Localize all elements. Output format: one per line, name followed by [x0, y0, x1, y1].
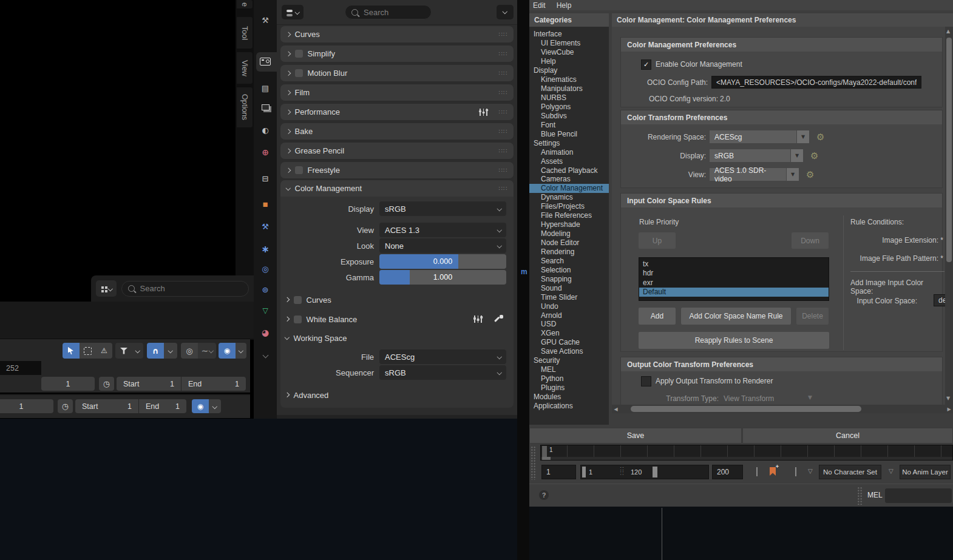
category-item[interactable]: Interface	[529, 30, 609, 39]
tab-scene[interactable]	[254, 126, 277, 135]
view-arrow[interactable]	[787, 168, 799, 181]
rule-row[interactable]: hdr	[639, 269, 829, 278]
apply-output-transform-checkbox[interactable]	[641, 376, 651, 386]
category-item[interactable]: Arnold	[529, 311, 609, 320]
panel-header[interactable]: Curves	[280, 26, 514, 42]
tab-material[interactable]	[254, 328, 277, 337]
tab-output[interactable]	[254, 84, 277, 93]
delete-button[interactable]: Delete	[796, 308, 829, 325]
start-frame-field[interactable]: Start1	[117, 377, 181, 391]
panel-checkbox[interactable]	[295, 69, 303, 77]
prefs-horizontal-scrollbar[interactable]	[612, 405, 953, 413]
start-frame-field-2[interactable]: Start1	[75, 399, 138, 413]
playhead[interactable]	[542, 446, 547, 457]
category-item[interactable]: ViewCube	[529, 48, 609, 57]
category-item[interactable]: Assets	[529, 157, 609, 166]
category-item[interactable]: USD	[529, 320, 609, 329]
box-select-button[interactable]	[80, 343, 96, 359]
category-item[interactable]: Selection	[529, 265, 609, 274]
tab-modifiers[interactable]	[254, 222, 277, 231]
autokey-dropdown-button[interactable]	[236, 343, 246, 359]
stopwatch-button[interactable]	[99, 377, 114, 391]
category-item[interactable]: Undo	[529, 302, 609, 311]
sidebar-tab-options[interactable]: Options	[237, 87, 253, 127]
range-slider[interactable]: 1 120	[580, 465, 709, 479]
scroll-up-arrow[interactable]	[946, 29, 950, 34]
category-item[interactable]: Node Editor	[529, 238, 609, 248]
help-button[interactable]	[539, 490, 549, 500]
add-button[interactable]: Add	[639, 308, 676, 325]
working-space-subpanel-header[interactable]: Working Space	[283, 330, 506, 346]
end-frame-field-2[interactable]: End1	[139, 399, 186, 413]
category-item[interactable]: Python	[529, 374, 609, 383]
panel-checkbox[interactable]	[295, 166, 303, 174]
category-item[interactable]: Settings	[529, 138, 609, 147]
tab-view-layer[interactable]	[254, 104, 277, 110]
save-button[interactable]: Save	[529, 428, 742, 444]
sidebar-tab-fragment[interactable]: e	[237, 0, 253, 8]
display-mode-button[interactable]	[96, 280, 117, 297]
scroll-down-arrow[interactable]	[946, 396, 950, 401]
curves-checkbox[interactable]	[294, 296, 302, 304]
panel-header[interactable]: Film	[280, 84, 514, 101]
category-item[interactable]: Rendering	[529, 248, 609, 257]
current-frame-field[interactable]: 252	[0, 361, 41, 375]
category-item[interactable]: NURBS	[529, 93, 609, 103]
stopwatch-button-2[interactable]	[58, 399, 73, 413]
drag-grip-icon[interactable]	[498, 185, 507, 192]
v-scroll-thumb[interactable]	[946, 38, 952, 262]
category-item[interactable]: Subdivs	[529, 111, 609, 120]
rendering-space-dropdown[interactable]: ACEScg	[710, 130, 796, 143]
panel-header[interactable]: Performance	[280, 104, 514, 120]
range-handle-left[interactable]	[582, 467, 586, 477]
display-dropdown[interactable]: sRGB	[710, 149, 790, 162]
drag-grip-icon[interactable]	[498, 89, 507, 96]
scroll-left-arrow[interactable]	[612, 407, 620, 412]
drag-grip-icon[interactable]	[498, 31, 507, 38]
end-frame-field[interactable]: End1	[181, 377, 246, 391]
drag-grip-icon[interactable]	[498, 167, 507, 174]
options-dropdown-button[interactable]	[497, 5, 514, 19]
tab-object-data[interactable]	[254, 306, 277, 315]
bookmark-button[interactable]	[770, 467, 776, 478]
anim-layer-menu-icon[interactable]	[889, 468, 894, 474]
category-item[interactable]: GPU Cache	[529, 338, 609, 347]
enable-color-management-checkbox[interactable]	[641, 59, 651, 70]
category-item[interactable]: Kinematics	[529, 75, 609, 84]
look-dropdown[interactable]: None	[379, 238, 506, 253]
tab-collection[interactable]	[254, 174, 277, 183]
panel-header[interactable]: Freestyle	[280, 162, 514, 178]
display-arrow[interactable]	[791, 149, 803, 162]
category-item[interactable]: MEL	[529, 365, 609, 374]
category-item[interactable]: UI Elements	[529, 39, 609, 48]
gamma-slider[interactable]: 1.000	[379, 270, 506, 285]
tab-particles[interactable]	[254, 243, 277, 255]
category-item[interactable]: Cameras	[529, 175, 609, 184]
tab-strip-scroll[interactable]	[254, 353, 277, 357]
rule-row[interactable]: tx	[639, 259, 829, 269]
category-item[interactable]: File References	[529, 211, 609, 220]
category-item[interactable]: Time Slider	[529, 292, 609, 302]
category-item[interactable]: Security	[529, 356, 609, 365]
scroll-right-arrow[interactable]	[945, 407, 953, 412]
panel-header[interactable]: Motion Blur	[280, 65, 514, 81]
category-item[interactable]: Plugins	[529, 383, 609, 393]
add-color-space-name-rule-button[interactable]: Add Color Space Name Rule	[681, 308, 791, 325]
display-dropdown[interactable]: sRGB	[379, 201, 506, 216]
outliner-search[interactable]	[121, 281, 249, 297]
exposure-slider[interactable]: 0.000	[379, 254, 506, 269]
drag-grip-icon[interactable]	[498, 109, 507, 115]
view-gear-icon[interactable]	[806, 169, 814, 180]
category-item[interactable]: Hypershade	[529, 220, 609, 229]
end-frame-input[interactable]: 200	[712, 465, 743, 479]
file-colorspace-dropdown[interactable]: ACEScg	[379, 349, 506, 364]
category-item[interactable]: XGen	[529, 329, 609, 338]
sidebar-tab-view[interactable]: View	[237, 52, 253, 84]
ocio-path-field[interactable]: <MAYA_RESOURCES>/OCIO-configs/Maya2022-d…	[711, 76, 921, 89]
category-item[interactable]: Polygons	[529, 103, 609, 112]
autokey-dropdown-button-2[interactable]	[209, 399, 221, 413]
filter-type-button[interactable]	[282, 5, 304, 19]
up-button[interactable]: Up	[639, 232, 676, 249]
white-balance-checkbox[interactable]	[294, 315, 302, 323]
drag-grip-icon[interactable]	[498, 70, 507, 76]
